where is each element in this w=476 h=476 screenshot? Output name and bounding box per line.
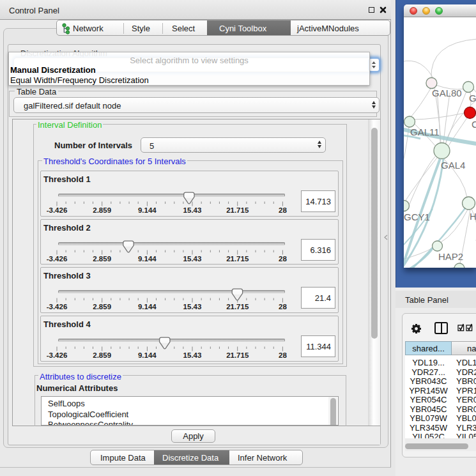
- svg-text:GAL11: GAL11: [410, 127, 440, 137]
- svg-text:GAL4D: GAL4D: [469, 93, 476, 104]
- svg-text:HIS7: HIS7: [470, 211, 476, 222]
- svg-text:HAP2: HAP2: [438, 251, 463, 262]
- svg-text:CYC8: CYC8: [472, 119, 476, 130]
- svg-text:GCY1: GCY1: [404, 211, 430, 222]
- svg-text:GAL80: GAL80: [432, 88, 462, 98]
- svg-text:GAL4: GAL4: [441, 160, 465, 171]
